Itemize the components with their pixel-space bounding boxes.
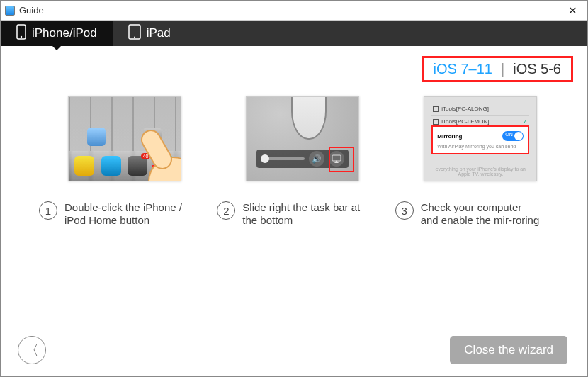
back-button[interactable]: 〈 — [18, 336, 46, 364]
window-title: Guide — [19, 5, 44, 16]
airplay-device-row: iTools[PC-ALONG] — [431, 103, 529, 116]
step-2-text: Slide right the task bar at the bottom — [242, 201, 363, 227]
chevron-left-icon: 〈 — [25, 341, 39, 360]
mirroring-toggle — [502, 131, 524, 141]
ios-version-row: iOS 7–11 | iOS 5-6 — [1, 46, 587, 82]
checkbox-icon — [433, 119, 439, 125]
step-3: iTools[PC-ALONG] iTools[PC-LEMON] ✓ Mirr… — [395, 96, 566, 324]
mirroring-note: With AirPlay Mirroring you can send — [437, 144, 524, 149]
step-1-text: Double-click the iPhone / iPod Home butt… — [64, 201, 185, 227]
check-icon: ✓ — [523, 118, 528, 125]
mirroring-label: Mirroring — [437, 133, 462, 140]
airplay-highlight-box — [329, 147, 354, 172]
step-1-thumbnail: 40 — [68, 96, 181, 181]
airplay-device-1: iTools[PC-ALONG] — [441, 106, 489, 112]
guide-steps: 40 1 Double-click the iPhone / iPod Home… — [1, 82, 587, 324]
mirroring-postnote: everything on your iPhone's display to a… — [434, 167, 526, 176]
mirroring-highlight-box: Mirroring With AirPlay Mirroring you can… — [431, 125, 529, 154]
ios-version-inactive[interactable]: iOS 5-6 — [513, 61, 561, 77]
window-close-button[interactable]: ✕ — [564, 3, 582, 18]
close-wizard-button[interactable]: Close the wizard — [450, 336, 567, 364]
pointing-hand-icon — [124, 124, 181, 181]
svg-point-3 — [134, 36, 135, 38]
step-3-number: 3 — [395, 201, 414, 220]
volume-icon: 🔊 — [309, 151, 324, 167]
step-1-number: 1 — [39, 201, 57, 220]
tab-iphone-ipod[interactable]: iPhone/iPod — [1, 21, 113, 46]
wizard-footer: 〈 Close the wizard — [1, 324, 587, 376]
step-3-text: Check your computer and enable the mir-r… — [421, 201, 541, 227]
tab-ipad[interactable]: iPad — [113, 21, 186, 46]
ipad-icon — [128, 24, 141, 43]
window-titlebar: Guide ✕ — [1, 1, 587, 21]
checkbox-icon — [433, 106, 439, 112]
dock-app-qq — [74, 156, 94, 176]
tab-ipad-label: iPad — [147, 26, 171, 40]
step-2: 🔊 2 Slide right the task bar at the bott… — [217, 96, 388, 324]
step-3-thumbnail: iTools[PC-ALONG] iTools[PC-LEMON] ✓ Mirr… — [424, 96, 537, 181]
mail-app-icon — [87, 128, 106, 146]
ios-version-active[interactable]: iOS 7–11 — [434, 61, 492, 77]
ios-version-highlight-box: iOS 7–11 | iOS 5-6 — [422, 56, 573, 82]
brightness-slider — [261, 157, 305, 160]
iphone-icon — [16, 24, 26, 43]
app-icon — [5, 6, 15, 16]
step-1: 40 1 Double-click the iPhone / iPod Home… — [39, 96, 210, 324]
device-tabs: iPhone/iPod iPad — [1, 21, 587, 46]
ios-version-separator: | — [501, 61, 504, 77]
tab-iphone-ipod-label: iPhone/iPod — [32, 26, 97, 40]
svg-point-1 — [21, 35, 22, 37]
dock-app-itools — [101, 156, 121, 176]
airplay-device-2: iTools[PC-LEMON] — [441, 118, 489, 125]
step-2-number: 2 — [217, 201, 235, 220]
step-2-thumbnail: 🔊 — [246, 96, 359, 181]
